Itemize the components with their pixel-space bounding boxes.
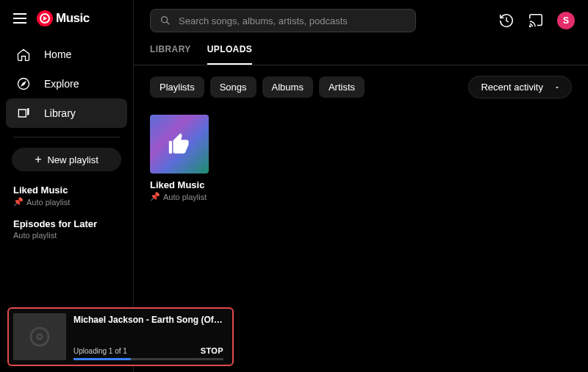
chip-albums[interactable]: Albums [262,76,313,98]
svg-point-4 [529,26,530,26]
upload-thumbnail [13,313,66,360]
compass-icon [16,76,31,91]
upload-stop-button[interactable]: STOP [201,346,223,355]
upload-widget: Michael Jackson - Earth Song (Offici… Up… [7,307,234,366]
thumbs-up-icon [167,132,192,157]
history-icon [498,12,514,29]
svg-point-2 [162,17,168,23]
new-playlist-button[interactable]: + New playlist [12,148,121,171]
card-title: Liked Music [150,179,209,190]
plus-icon: + [35,154,41,165]
sidebar-item-home[interactable]: Home [6,40,127,69]
menu-button[interactable] [13,13,26,24]
avatar-initial: S [563,15,569,26]
divider [13,137,120,137]
upload-status: Uploading 1 of 1 [74,347,127,355]
tab-library[interactable]: LIBRARY [150,40,191,65]
svg-point-6 [37,335,43,340]
tab-uploads[interactable]: UPLOADS [207,40,252,65]
chip-playlists[interactable]: Playlists [150,76,204,98]
sidebar-playlist-liked-music[interactable]: Liked Music 📌 Auto playlist [13,185,120,207]
sidebar-playlist-episodes-later[interactable]: Episodes for Later Auto playlist [13,218,120,240]
search-input[interactable] [179,15,406,26]
upload-title: Michael Jackson - Earth Song (Offici… [74,315,223,325]
chevron-down-icon [553,84,561,91]
card-sub: Auto playlist [163,193,207,201]
sort-dropdown[interactable]: Recent activity [468,76,572,99]
playlist-thumb [150,115,209,174]
upload-progress-bar [74,358,223,360]
cast-button[interactable] [528,12,544,29]
svg-line-3 [167,22,170,25]
logo-text: Music [56,11,90,26]
pin-icon: 📌 [13,197,24,207]
history-button[interactable] [498,12,514,29]
avatar[interactable]: S [557,12,575,29]
sidebar-playlist-title: Liked Music [13,185,120,196]
sidebar-item-label: Home [44,49,71,60]
search-icon [159,15,171,26]
new-playlist-label: New playlist [47,154,98,165]
sidebar-item-explore[interactable]: Explore [6,69,127,99]
cast-icon [528,12,544,29]
pin-icon: 📌 [150,192,160,201]
sidebar-playlist-sub: Auto playlist [13,231,57,240]
home-icon [16,47,31,62]
sidebar-playlist-sub: Auto playlist [26,198,70,207]
library-icon [16,106,31,121]
sort-label: Recent activity [481,82,543,93]
chip-artists[interactable]: Artists [319,76,365,98]
sidebar-playlist-title: Episodes for Later [13,218,120,229]
search-box[interactable] [150,9,416,32]
playlist-card-liked-music[interactable]: Liked Music 📌 Auto playlist [150,115,209,201]
sidebar-item-label: Library [44,107,76,119]
svg-point-5 [31,328,49,346]
app-logo[interactable]: Music [37,10,90,26]
chip-songs[interactable]: Songs [210,76,257,98]
sidebar-item-label: Explore [44,78,79,90]
disc-icon [28,325,51,348]
logo-icon [37,10,53,26]
svg-marker-1 [22,82,26,86]
sidebar-item-library[interactable]: Library [6,99,127,128]
